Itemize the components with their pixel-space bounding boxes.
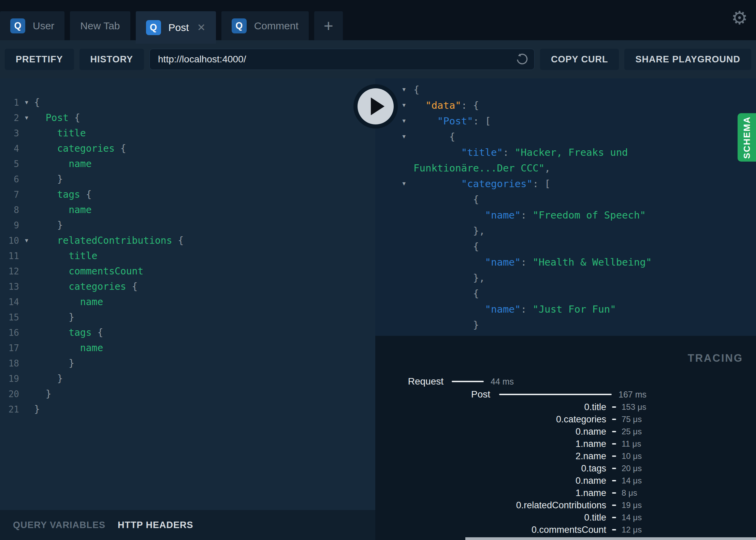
trace-label: Request (375, 376, 444, 387)
json-line: "name": "Health & Wellbeing" (413, 254, 756, 270)
line-number: 16 (0, 328, 19, 338)
code-token: name (34, 158, 92, 169)
editor-line[interactable]: 1▼{ (0, 95, 375, 110)
trace-field-row: 0.title153 μs (375, 401, 756, 413)
prettify-button[interactable]: PRETTIFY (5, 49, 74, 70)
line-number: 2 (0, 113, 19, 123)
trace-field-time: 12 μs (622, 525, 756, 535)
code-line: title (34, 125, 86, 141)
trace-dash (612, 529, 616, 530)
editor-line[interactable]: 11 title (0, 248, 375, 264)
fold-arrow-icon[interactable]: ▼ (19, 100, 34, 106)
editor-line[interactable]: 20 } (0, 386, 375, 402)
copy-curl-button[interactable]: COPY CURL (540, 49, 619, 70)
trace-time: 44 ms (491, 377, 514, 387)
tab-label: Comment (254, 20, 299, 32)
trace-field-label: 0.title (375, 512, 606, 523)
editor-line[interactable]: 19 } (0, 371, 375, 386)
trace-field-time: 75 μs (622, 415, 756, 424)
share-playground-button[interactable]: SHARE PLAYGROUND (624, 49, 751, 70)
editor-line[interactable]: 5 name (0, 156, 375, 171)
trace-field-time: 153 μs (622, 402, 756, 412)
code-line: commentsCount (34, 264, 143, 279)
close-icon[interactable]: ✕ (197, 22, 206, 33)
query-variables-tab[interactable]: QUERY VARIABLES (13, 520, 105, 530)
json-line: }, (413, 223, 756, 239)
trace-bar (452, 381, 484, 382)
trace-field-time: 25 μs (622, 427, 756, 436)
query-badge: Q (10, 18, 25, 33)
execute-query-button[interactable] (353, 84, 398, 129)
trace-request-row: Request 44 ms (375, 375, 756, 388)
trace-dash (612, 517, 616, 518)
trace-field-label: 0.title (375, 402, 606, 412)
fold-arrow-icon[interactable]: ▼ (19, 115, 34, 121)
code-token: { (413, 241, 479, 252)
response-line: }, (375, 223, 756, 239)
query-editor[interactable]: 1▼{2▼ Post {3 title4 categories {5 name6… (0, 78, 375, 510)
fold-arrow-icon[interactable]: ▼ (19, 238, 34, 244)
tab-comment[interactable]: QComment (221, 11, 309, 40)
json-line: "title": "Hacker, Freaks und Funktionäre… (413, 145, 756, 176)
code-token: { (172, 235, 184, 246)
history-button[interactable]: HISTORY (79, 49, 144, 70)
line-number: 19 (0, 374, 19, 384)
code-token: tags (34, 327, 92, 338)
code-token: { (34, 97, 40, 108)
response-line: ▼ { (375, 129, 756, 145)
trace-field-rows: 0.title153 μs0.categories75 μs0.name25 μ… (375, 401, 756, 536)
editor-line[interactable]: 15 } (0, 310, 375, 325)
json-line: "categories": [ (413, 176, 756, 192)
code-token: } (34, 358, 74, 369)
tab-new-tab[interactable]: New Tab (70, 11, 130, 40)
editor-line[interactable]: 13 categories { (0, 279, 375, 294)
trace-field-row: 1.name8 μs (375, 487, 756, 499)
response-line: ▼ "data": { (375, 97, 756, 113)
code-token: { (92, 327, 103, 338)
line-number: 1 (0, 97, 19, 108)
tab-user[interactable]: QUser (0, 11, 64, 40)
code-line: categories { (34, 141, 126, 156)
editor-line[interactable]: 6 } (0, 171, 375, 187)
tab-label: User (33, 20, 54, 32)
trace-field-label: 0.name (375, 476, 606, 486)
editor-line[interactable]: 18 } (0, 356, 375, 371)
schema-tab[interactable]: SCHEMA (738, 113, 756, 162)
new-tab-button[interactable]: + (314, 11, 343, 40)
code-token: Post (34, 112, 69, 123)
editor-line[interactable]: 2▼ Post { (0, 110, 375, 125)
editor-footer: QUERY VARIABLES HTTP HEADERS (0, 510, 375, 540)
json-line: { (413, 192, 756, 207)
graphql-playground: QUserNew TabQPost✕QComment+ ⚙ PRETTIFY H… (0, 0, 756, 540)
tab-post[interactable]: QPost✕ (136, 11, 216, 44)
code-token: { (115, 143, 126, 154)
editor-line[interactable]: 17 name (0, 340, 375, 356)
response-pane: ▼{▼ "data": {▼ "Post": [▼ { "title": "Ha… (375, 78, 756, 540)
response-line: ▼ "categories": [ (375, 176, 756, 192)
editor-line[interactable]: 16 tags { (0, 325, 375, 340)
editor-line[interactable]: 7 tags { (0, 187, 375, 202)
fold-arrow-icon[interactable]: ▼ (375, 129, 413, 145)
http-headers-tab[interactable]: HTTP HEADERS (118, 520, 193, 530)
editor-line[interactable]: 12 commentsCount (0, 264, 375, 279)
code-token: } (34, 404, 40, 415)
editor-line[interactable]: 10▼ relatedContributions { (0, 233, 375, 248)
settings-gear-icon[interactable]: ⚙ (731, 9, 748, 27)
editor-line[interactable]: 8 name (0, 202, 375, 217)
endpoint-url-input[interactable] (150, 54, 534, 65)
fold-arrow-icon[interactable]: ▼ (375, 176, 413, 192)
code-token: : (521, 209, 533, 221)
trace-field-row: 0.name14 μs (375, 475, 756, 487)
response-line: { (375, 192, 756, 207)
tracing-horizontal-scrollbar[interactable] (465, 537, 756, 540)
line-number: 9 (0, 220, 19, 230)
editor-line[interactable]: 3 title (0, 125, 375, 141)
line-number: 7 (0, 190, 19, 200)
code-token: : (521, 256, 533, 268)
editor-line[interactable]: 4 categories { (0, 141, 375, 156)
editor-line[interactable]: 21} (0, 402, 375, 417)
editor-line[interactable]: 14 name (0, 294, 375, 310)
editor-line[interactable]: 9 } (0, 217, 375, 233)
trace-field-label: 0.relatedContributions (375, 500, 606, 511)
reload-schema-icon[interactable] (514, 52, 529, 67)
